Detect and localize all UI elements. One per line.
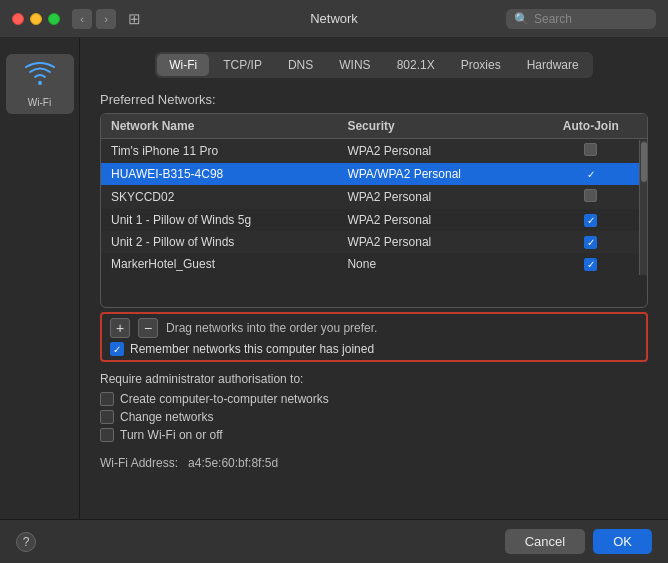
admin-option-create: Create computer-to-computer networks bbox=[100, 392, 648, 406]
close-button[interactable] bbox=[12, 13, 24, 25]
auto-join-cell[interactable] bbox=[535, 139, 647, 164]
svg-point-0 bbox=[38, 81, 42, 85]
tabs-row: Wi-Fi TCP/IP DNS WINS 802.1X Proxies Har… bbox=[155, 52, 592, 78]
add-remove-row: + − Drag networks into the order you pre… bbox=[110, 318, 638, 338]
traffic-lights bbox=[12, 13, 60, 25]
table-row[interactable]: Tim's iPhone 11 ProWPA2 Personal bbox=[101, 139, 647, 164]
col-security: Security bbox=[337, 114, 534, 139]
network-name-cell: HUAWEI-B315-4C98 bbox=[101, 163, 337, 185]
add-network-button[interactable]: + bbox=[110, 318, 130, 338]
tab-wifi[interactable]: Wi-Fi bbox=[157, 54, 209, 76]
auto-join-checkbox[interactable]: ✓ bbox=[584, 236, 597, 249]
drag-hint: Drag networks into the order you prefer. bbox=[166, 321, 377, 335]
admin-option-create-label: Create computer-to-computer networks bbox=[120, 392, 329, 406]
remember-checkbox[interactable]: ✓ bbox=[110, 342, 124, 356]
tab-wins[interactable]: WINS bbox=[327, 54, 382, 76]
search-icon: 🔍 bbox=[514, 12, 529, 26]
auto-join-checkbox[interactable]: ✓ bbox=[584, 258, 597, 271]
admin-option-change-label: Change networks bbox=[120, 410, 213, 424]
security-cell: WPA/WPA2 Personal bbox=[337, 163, 534, 185]
remove-network-button[interactable]: − bbox=[138, 318, 158, 338]
remember-label: Remember networks this computer has join… bbox=[130, 342, 374, 356]
window-title: Network bbox=[310, 11, 358, 26]
sidebar-item-label: Wi-Fi bbox=[28, 97, 51, 108]
security-cell: None bbox=[337, 253, 534, 275]
turn-wifi-checkbox[interactable] bbox=[100, 428, 114, 442]
bottom-actions: Cancel OK bbox=[505, 529, 652, 554]
admin-title: Require administrator authorisation to: bbox=[100, 372, 648, 386]
tab-tcpip[interactable]: TCP/IP bbox=[211, 54, 274, 76]
auto-join-cell[interactable]: ✓ bbox=[535, 231, 647, 253]
table-row[interactable]: SKYCCD02WPA2 Personal bbox=[101, 185, 647, 209]
bottom-bar: ? Cancel OK bbox=[0, 519, 668, 563]
forward-button[interactable]: › bbox=[96, 9, 116, 29]
network-name-cell: Unit 2 - Pillow of Winds bbox=[101, 231, 337, 253]
admin-option-change: Change networks bbox=[100, 410, 648, 424]
admin-option-turn: Turn Wi-Fi on or off bbox=[100, 428, 648, 442]
auto-join-checkbox[interactable]: ✓ bbox=[584, 168, 597, 181]
tab-proxies[interactable]: Proxies bbox=[449, 54, 513, 76]
create-network-checkbox[interactable] bbox=[100, 392, 114, 406]
tab-8021x[interactable]: 802.1X bbox=[385, 54, 447, 76]
help-button[interactable]: ? bbox=[16, 532, 36, 552]
ok-button[interactable]: OK bbox=[593, 529, 652, 554]
networks-table: Network Name Security Auto-Join Tim's iP… bbox=[100, 113, 648, 308]
tab-dns[interactable]: DNS bbox=[276, 54, 325, 76]
scrollbar-thumb bbox=[641, 142, 647, 182]
table-row[interactable]: HUAWEI-B315-4C98WPA/WPA2 Personal✓ bbox=[101, 163, 647, 185]
table-row[interactable]: Unit 2 - Pillow of WindsWPA2 Personal✓ bbox=[101, 231, 647, 253]
scrollbar[interactable] bbox=[639, 140, 647, 275]
change-networks-checkbox[interactable] bbox=[100, 410, 114, 424]
network-name-cell: MarkerHotel_Guest bbox=[101, 253, 337, 275]
security-cell: WPA2 Personal bbox=[337, 209, 534, 231]
preferred-networks-label: Preferred Networks: bbox=[100, 92, 648, 107]
auto-join-cell[interactable] bbox=[535, 185, 647, 209]
sidebar-item-wifi[interactable]: Wi-Fi bbox=[6, 54, 74, 114]
titlebar: ‹ › ⊞ Network 🔍 bbox=[0, 0, 668, 38]
col-network-name: Network Name bbox=[101, 114, 337, 139]
cancel-button[interactable]: Cancel bbox=[505, 529, 585, 554]
col-auto-join: Auto-Join bbox=[535, 114, 647, 139]
minimize-button[interactable] bbox=[30, 13, 42, 25]
security-cell: WPA2 Personal bbox=[337, 185, 534, 209]
network-name-cell: Tim's iPhone 11 Pro bbox=[101, 139, 337, 164]
auto-join-cell[interactable]: ✓ bbox=[535, 253, 647, 275]
admin-section: Require administrator authorisation to: … bbox=[100, 372, 648, 446]
auto-join-cell[interactable]: ✓ bbox=[535, 209, 647, 231]
auto-join-cell[interactable]: ✓ bbox=[535, 163, 647, 185]
auto-join-checkbox[interactable]: ✓ bbox=[584, 214, 597, 227]
main-panel: Wi-Fi TCP/IP DNS WINS 802.1X Proxies Har… bbox=[80, 38, 668, 519]
security-cell: WPA2 Personal bbox=[337, 231, 534, 253]
auto-join-checkbox[interactable] bbox=[584, 189, 597, 202]
table-row[interactable]: Unit 1 - Pillow of Winds 5gWPA2 Personal… bbox=[101, 209, 647, 231]
table-row[interactable]: MarkerHotel_GuestNone✓ bbox=[101, 253, 647, 275]
auto-join-checkbox[interactable] bbox=[584, 143, 597, 156]
grid-button[interactable]: ⊞ bbox=[124, 8, 145, 30]
search-box: 🔍 bbox=[506, 9, 656, 29]
admin-option-turn-label: Turn Wi-Fi on or off bbox=[120, 428, 223, 442]
search-input[interactable] bbox=[534, 12, 644, 26]
network-controls: + − Drag networks into the order you pre… bbox=[100, 312, 648, 362]
back-button[interactable]: ‹ bbox=[72, 9, 92, 29]
wifi-address-value: a4:5e:60:bf:8f:5d bbox=[188, 456, 278, 470]
security-cell: WPA2 Personal bbox=[337, 139, 534, 164]
wifi-address: Wi-Fi Address: a4:5e:60:bf:8f:5d bbox=[100, 456, 648, 470]
nav-arrows: ‹ › bbox=[72, 9, 116, 29]
remember-row: ✓ Remember networks this computer has jo… bbox=[110, 342, 638, 356]
maximize-button[interactable] bbox=[48, 13, 60, 25]
network-name-cell: Unit 1 - Pillow of Winds 5g bbox=[101, 209, 337, 231]
network-name-cell: SKYCCD02 bbox=[101, 185, 337, 209]
tab-hardware[interactable]: Hardware bbox=[515, 54, 591, 76]
wifi-icon bbox=[24, 60, 56, 94]
sidebar: Wi-Fi bbox=[0, 38, 80, 519]
wifi-address-label: Wi-Fi Address: bbox=[100, 456, 178, 470]
